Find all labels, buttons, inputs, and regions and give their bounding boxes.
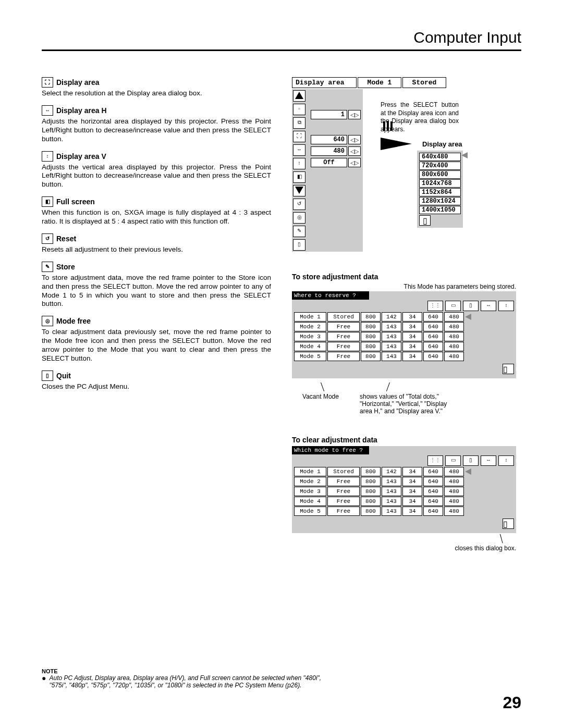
value-cell: 800 xyxy=(361,342,381,351)
value-cell: 34 xyxy=(402,342,422,351)
left-right-btn[interactable]: ◁▷ xyxy=(348,135,361,144)
table-header-icon: ▭ xyxy=(445,301,461,311)
value-cell: 480 xyxy=(444,477,464,486)
mode-cell: Mode 1 xyxy=(294,467,326,476)
osd-header-mode: Mode 1 xyxy=(358,77,401,88)
value-cell: 143 xyxy=(382,487,401,496)
vacant-mode-label: Vacant Mode xyxy=(292,382,349,415)
footnote-body: Auto PC Adjust, Display area, Display ar… xyxy=(49,674,334,689)
resolution-item[interactable]: 640x480 xyxy=(419,153,461,161)
store-table: Where to reserve ? ⋮⋮ ▭ ▯ ↔ ↕ Mode 1Stor… xyxy=(292,291,516,378)
left-right-btn[interactable]: ◁▷ xyxy=(348,158,361,167)
table-row[interactable]: Mode 5Free80014334640480 xyxy=(292,352,516,361)
resolution-item[interactable]: 1152x864 xyxy=(419,188,461,196)
mode-cell: Mode 4 xyxy=(294,342,326,351)
resolution-item[interactable]: 1024x768 xyxy=(419,179,461,188)
pointer-arrow-icon xyxy=(465,468,471,475)
table-row[interactable]: Mode 3Free80014334640480 xyxy=(292,487,516,496)
display-area-h-btn[interactable]: ↔ xyxy=(293,144,305,156)
mode-free-btn[interactable]: ◎ xyxy=(293,212,305,224)
value-cell: 800 xyxy=(361,477,381,486)
table-row[interactable]: Mode 2Free80014334640480 xyxy=(292,322,516,331)
value-cell: 640 xyxy=(423,467,443,476)
full-screen-body: When this function is on, SXGA image is … xyxy=(42,208,271,226)
value-cell: 142 xyxy=(382,312,401,322)
table-quit-btn[interactable]: ▯ xyxy=(503,519,514,529)
value-cell: 800 xyxy=(361,467,381,476)
table-row[interactable]: Mode 4Free80014334640480 xyxy=(292,497,516,506)
value-cell: 142 xyxy=(382,467,401,476)
value-cell: 640 xyxy=(423,477,443,486)
mode-cell: Mode 3 xyxy=(294,332,326,341)
status-cell: Free xyxy=(327,477,360,486)
section-display-area-v: ↕ Display area V Adjusts the vertical ar… xyxy=(42,151,271,190)
value-cell: 34 xyxy=(402,507,422,516)
table-row[interactable]: Mode 2Free80014334640480 xyxy=(292,477,516,486)
value-cell: 640 xyxy=(423,312,443,322)
osd-sidebar: ▫ ⧉ ⛶ ↔ ↕ ◧ ↺ ◎ ✎ ▯ xyxy=(292,89,309,252)
resolution-quit-btn[interactable]: ▯ xyxy=(419,215,431,226)
table-header-icon: ▭ xyxy=(445,455,461,466)
status-cell: Stored xyxy=(327,312,360,322)
value-cell: 34 xyxy=(402,352,422,361)
resolution-item[interactable]: 720x400 xyxy=(419,162,461,170)
store-icon: ✎ xyxy=(42,262,53,272)
table-header-icon: ↕ xyxy=(498,455,514,466)
display-area-h-icon: ↔ xyxy=(42,105,53,116)
left-right-btn[interactable]: ◁▷ xyxy=(348,110,361,119)
value-cell: 143 xyxy=(382,342,401,351)
mode-cell: Mode 1 xyxy=(294,312,326,322)
value-cell: 800 xyxy=(361,332,381,341)
left-column: ⛶ Display area Select the resolution at … xyxy=(42,77,271,552)
table-row[interactable]: Mode 5Free80014334640480 xyxy=(292,507,516,516)
value-cell: 480 xyxy=(444,507,464,516)
display-area-icon: ⛶ xyxy=(42,77,53,88)
resolution-list: 640x480 720x400 800x600 1024x768 1152x86… xyxy=(417,151,463,228)
sidebar-icon-2[interactable]: ⧉ xyxy=(293,117,305,129)
mode-cell: Mode 2 xyxy=(294,322,326,331)
value-cell: 800 xyxy=(361,312,381,322)
status-cell: Free xyxy=(327,352,360,361)
table-header-icon: ↕ xyxy=(498,301,514,311)
pointer-arrow-icon xyxy=(465,314,471,320)
section-quit: ▯ Quit Closes the PC Adjust Menu. xyxy=(42,371,271,391)
section-reset: ↺ Reset Resets all adjustment to their p… xyxy=(42,233,271,254)
display-area-btn[interactable]: ⛶ xyxy=(293,131,305,142)
quit-btn[interactable]: ▯ xyxy=(293,239,305,251)
table-row[interactable]: Mode 3Free80014334640480 xyxy=(292,332,516,341)
table-row[interactable]: Mode 1Stored80014234640480 xyxy=(292,312,516,322)
full-screen-btn[interactable]: ◧ xyxy=(293,171,305,183)
resolution-item[interactable]: 800x600 xyxy=(419,170,461,179)
resolution-item[interactable]: 1280x1024 xyxy=(419,197,461,205)
value-cell: 34 xyxy=(402,312,422,322)
full-screen-icon: ◧ xyxy=(42,196,53,207)
left-right-btn[interactable]: ◁▷ xyxy=(348,146,361,156)
osd-callout: Press the SELECT button at the Display a… xyxy=(381,101,459,133)
reset-title: Reset xyxy=(56,235,76,243)
display-area-h-title: Display area H xyxy=(56,106,107,115)
osd-values: 1 ◁▷ 640 ◁▷ 480 ◁▷ Off xyxy=(309,89,363,252)
sidebar-icon-1[interactable]: ▫ xyxy=(293,104,305,115)
reset-icon: ↺ xyxy=(42,233,53,244)
value-cell: 800 xyxy=(361,487,381,496)
store-btn[interactable]: ✎ xyxy=(293,226,305,237)
section-display-area-h: ↔ Display area H Adjusts the horizontal … xyxy=(42,105,271,144)
status-cell: Free xyxy=(327,322,360,331)
table-row[interactable]: Mode 4Free80014334640480 xyxy=(292,342,516,351)
values-label: shows values of "Total dots," "Horizonta… xyxy=(360,382,459,415)
table-quit-btn[interactable]: ▯ xyxy=(503,364,514,374)
reset-btn[interactable]: ↺ xyxy=(293,199,305,210)
table-row[interactable]: Mode 1Stored80014234640480 xyxy=(292,467,516,476)
arrow-down-icon[interactable] xyxy=(293,185,305,196)
resolution-item[interactable]: 1400x1050 xyxy=(419,206,461,214)
arrow-right-icon xyxy=(381,138,412,150)
arrow-up-icon[interactable] xyxy=(293,90,305,102)
display-area-v-btn[interactable]: ↕ xyxy=(293,158,305,169)
mode-free-title: Mode free xyxy=(56,317,91,325)
quit-title: Quit xyxy=(56,372,71,380)
value-cell: 34 xyxy=(402,497,422,506)
value-cell: 480 xyxy=(444,497,464,506)
value-cell: 143 xyxy=(382,497,401,506)
value-cell: 143 xyxy=(382,332,401,341)
status-cell: Free xyxy=(327,497,360,506)
